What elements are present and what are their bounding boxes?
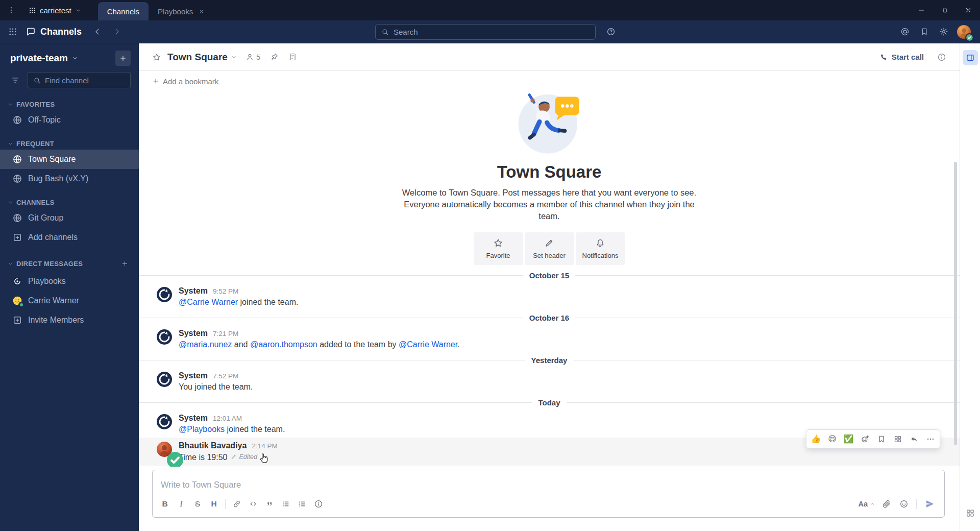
quick-reaction-white-check-mark[interactable]: ✅	[841, 431, 856, 447]
info-icon	[314, 499, 323, 509]
attach-file-button[interactable]	[878, 496, 895, 512]
mention-link[interactable]: @Playbooks	[179, 425, 225, 433]
gear-icon	[939, 27, 948, 36]
quick-reaction-smile[interactable]: 😄	[824, 431, 840, 447]
code-button[interactable]	[245, 496, 261, 512]
window-minimize-button[interactable]	[910, 0, 933, 20]
message-content: System12:01 AM@Playbooks joined the team…	[179, 413, 285, 435]
find-channel-box[interactable]	[28, 72, 131, 88]
tab-label: Channels	[107, 7, 139, 16]
channel-item-bug-bash-vx-y[interactable]: Bug Bash (vX.Y)	[0, 169, 139, 188]
close-icon	[964, 6, 972, 14]
server-selector[interactable]: carrietest	[22, 6, 88, 15]
window-maximize-button[interactable]	[933, 0, 957, 20]
globe-icon	[12, 115, 22, 125]
message-text-segment: .	[457, 340, 459, 349]
notifications-button[interactable]: Notifications	[576, 232, 625, 265]
channel-item-add-channels[interactable]: Add channels	[0, 228, 139, 247]
mention-link[interactable]: @Carrie Warner	[179, 298, 238, 306]
link-button[interactable]	[229, 496, 245, 512]
emoji-picker-button[interactable]	[896, 496, 912, 512]
message-actions-button[interactable]	[890, 431, 905, 447]
team-menu-button[interactable]: private-team	[10, 53, 115, 64]
set-header-button[interactable]: Set header	[525, 232, 574, 265]
online-status-badge	[167, 452, 174, 458]
apps-rail-button[interactable]	[963, 505, 978, 521]
show-formatting-button[interactable]: Aa	[856, 496, 877, 512]
channel-item-town-square[interactable]: Town Square	[0, 150, 139, 169]
quick-reaction-thumbsup[interactable]: 👍	[808, 431, 824, 447]
reply-button[interactable]	[906, 431, 922, 447]
mention-link[interactable]: @maria.nunez	[179, 340, 232, 349]
channel-item-off-topic[interactable]: Off-Topic	[0, 110, 139, 130]
channel-panel-button[interactable]	[963, 50, 978, 65]
add-direct-message-button[interactable]	[118, 257, 131, 270]
product-switcher-button[interactable]	[4, 23, 21, 40]
plus-icon	[121, 260, 129, 268]
bold-button[interactable]: B	[157, 496, 173, 512]
italic-button[interactable]: I	[173, 496, 189, 512]
bulleted-list-button[interactable]	[278, 496, 294, 512]
start-call-button[interactable]: Start call	[874, 50, 929, 64]
back-icon	[93, 27, 102, 36]
channel-item-carrie-warner[interactable]: Carrie Warner	[0, 291, 139, 310]
history-back-button[interactable]	[89, 23, 106, 40]
window-close-button[interactable]	[957, 0, 980, 20]
channel-item-playbooks[interactable]: Playbooks	[0, 272, 139, 291]
settings-button[interactable]	[935, 23, 952, 40]
app-menu-button[interactable]	[0, 0, 22, 20]
channel-files-button[interactable]	[284, 49, 301, 66]
heading-button[interactable]: H	[206, 496, 222, 512]
channel-item-git-group[interactable]: Git Group	[0, 208, 139, 228]
channel-name-button[interactable]: Town Square	[167, 52, 237, 63]
message-system: System7:52 PMYou joined the team.	[139, 368, 960, 395]
find-channel-input[interactable]	[45, 76, 125, 85]
link-icon	[232, 499, 241, 509]
mention-link[interactable]: @Carrie Warner	[399, 340, 457, 349]
numbered-list-button[interactable]: 123	[294, 496, 310, 512]
add-bookmark-button[interactable]: Add a bookmark	[148, 75, 223, 88]
more-actions-button[interactable]	[922, 431, 938, 447]
section-header-direct-messages[interactable]: DIRECT MESSAGES	[0, 255, 139, 272]
help-button[interactable]	[602, 23, 620, 40]
intro-action-label: Favorite	[486, 252, 510, 259]
search-box[interactable]	[375, 24, 596, 40]
section-header-frequent[interactable]: FREQUENT	[0, 138, 139, 150]
search-input[interactable]	[394, 28, 590, 36]
quote-button[interactable]	[261, 496, 278, 512]
app-body: private-team FAVORITESOff-TopicFREQUENTT…	[0, 43, 980, 531]
message-text: @Playbooks joined the team.	[179, 424, 285, 435]
plus-box-icon	[12, 232, 22, 243]
save-message-button[interactable]	[873, 431, 889, 447]
channel-intro-description: Welcome to Town Square. Post messages he…	[396, 187, 702, 222]
add-channels-plus-button[interactable]	[115, 51, 131, 66]
recent-mentions-button[interactable]	[896, 23, 914, 40]
history-forward-button[interactable]	[108, 23, 126, 40]
section-header-favorites[interactable]: FAVORITES	[0, 99, 139, 110]
add-reaction-button[interactable]	[857, 431, 873, 447]
bookmark-icon	[920, 27, 929, 36]
playbooks-bot-avatar	[12, 276, 22, 286]
channel-filter-button[interactable]	[7, 72, 23, 88]
channel-info-button[interactable]	[933, 49, 950, 66]
pinned-messages-button[interactable]	[265, 49, 283, 66]
tab-close-icon[interactable]	[198, 8, 205, 15]
favorite-button[interactable]: Favorite	[474, 232, 523, 265]
send-button[interactable]	[921, 496, 939, 512]
mention-link[interactable]: @aaron.thompson	[250, 340, 317, 349]
strikethrough-button[interactable]: S	[189, 496, 206, 512]
message-input[interactable]	[153, 470, 944, 495]
reply-icon	[910, 435, 919, 444]
channel-sidebar: private-team FAVORITESOff-TopicFREQUENTT…	[0, 43, 139, 531]
formatting-help-button[interactable]	[310, 496, 327, 512]
favorite-channel-button[interactable]	[148, 49, 165, 66]
scrollbar-thumb[interactable]	[954, 162, 957, 445]
section-header-channels[interactable]: CHANNELS	[0, 197, 139, 208]
tab-playbooks[interactable]: Playbooks	[149, 2, 214, 20]
saved-messages-button[interactable]	[916, 23, 933, 40]
product-title: Channels	[23, 27, 87, 37]
user-menu-button[interactable]	[954, 23, 973, 40]
channel-members-button[interactable]: 5	[241, 50, 264, 64]
channel-item-invite-members[interactable]: Invite Members	[0, 310, 139, 330]
tab-channels[interactable]: Channels	[98, 2, 149, 20]
